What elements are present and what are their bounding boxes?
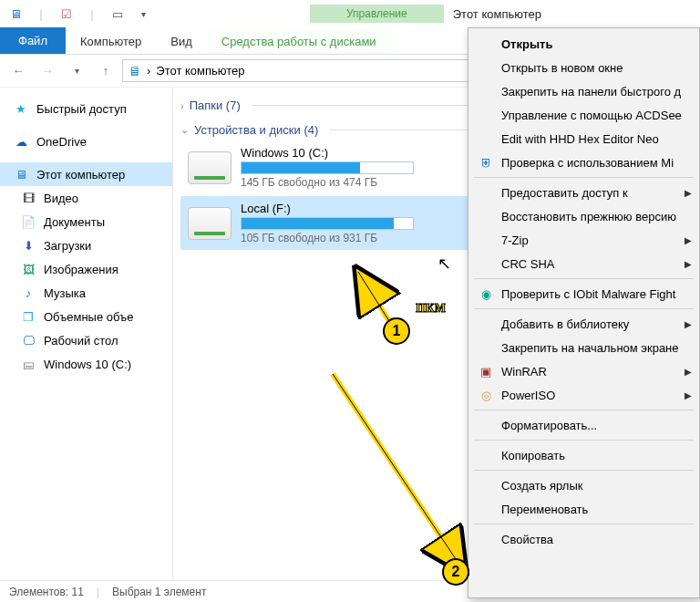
ctx-label: WinRAR xyxy=(501,365,547,379)
sidebar-item-label: Объемные объе xyxy=(44,310,133,324)
divider: | xyxy=(29,3,53,25)
chevron-right-icon: › xyxy=(180,100,184,111)
ctx-label: Закрепить на начальном экране xyxy=(501,341,679,355)
ctx-label: Проверка с использованием Mi xyxy=(501,156,674,170)
chevron-right-icon: ▶ xyxy=(685,259,692,269)
sidebar-item-downloads[interactable]: ⬇ Загрузки xyxy=(0,234,172,257)
ctx-poweriso[interactable]: ◎PowerISO▶ xyxy=(470,383,697,407)
sidebar-item-desktop[interactable]: 🖵 Рабочий стол xyxy=(0,328,172,352)
usage-bar xyxy=(241,217,414,230)
ctx-crc-sha[interactable]: CRC SHA▶ xyxy=(470,252,697,275)
ctx-open-new-window[interactable]: Открыть в новом окне xyxy=(470,56,697,79)
chevron-down-icon: ⌄ xyxy=(180,124,189,136)
video-icon: 🎞 xyxy=(20,192,36,205)
drive-name: Windows 10 (C:) xyxy=(241,146,414,160)
ctx-separator xyxy=(474,470,694,471)
ctx-open[interactable]: Открыть xyxy=(470,32,697,56)
qat-dropdown-icon[interactable]: ▾ xyxy=(131,3,155,25)
nav-pane[interactable]: ★ Быстрый доступ ☁ OneDrive 🖥 Этот компь… xyxy=(0,88,173,580)
ctx-rename[interactable]: Переименовать xyxy=(470,497,697,521)
mouse-cursor-icon: ↖ xyxy=(438,254,451,274)
ctx-separator xyxy=(474,177,694,178)
cube-icon: ❒ xyxy=(20,310,36,324)
sidebar-item-label: Музыка xyxy=(44,286,86,300)
ctx-7zip[interactable]: 7-Zip▶ xyxy=(470,228,697,252)
sidebar-item-this-pc[interactable]: 🖥 Этот компьютер xyxy=(0,162,172,186)
ctx-iobit[interactable]: ◉Проверить с IObit Malware Fight xyxy=(470,282,697,306)
properties-checkbox-icon[interactable]: ☑ xyxy=(55,3,78,25)
ribbon-tab-disk-tools[interactable]: Средства работы с дисками xyxy=(207,27,391,54)
ctx-label: Открыть xyxy=(501,37,552,51)
status-selection: Выбран 1 элемент xyxy=(112,586,206,598)
ctx-acdsee[interactable]: Управление с помощью ACDSee xyxy=(470,103,697,127)
nav-forward-button[interactable]: → xyxy=(35,58,60,84)
ctx-label: Восстановить прежнюю версию xyxy=(501,210,676,223)
ctx-label: Edit with HHD Hex Editor Neo xyxy=(501,132,659,146)
drive-free-text: 145 ГБ свободно из 474 ГБ xyxy=(241,176,414,189)
ctx-grant-access[interactable]: Предоставить доступ к▶ xyxy=(470,181,697,204)
window-title: Этот компьютер xyxy=(444,7,541,21)
new-folder-icon[interactable]: ▭ xyxy=(106,3,129,25)
ctx-create-shortcut[interactable]: Создать ярлык xyxy=(470,473,697,497)
sidebar-item-label: Рабочий стол xyxy=(44,334,118,348)
chevron-right-icon: ▶ xyxy=(685,188,692,198)
sidebar-item-video[interactable]: 🎞 Видео xyxy=(0,186,172,210)
sidebar-item-windows10-c[interactable]: 🖴 Windows 10 (C:) xyxy=(0,352,172,376)
ctx-format[interactable]: Форматировать... xyxy=(470,413,697,437)
ctx-restore-prev[interactable]: Восстановить прежнюю версию xyxy=(470,204,697,228)
chevron-right-icon: ▶ xyxy=(685,390,692,400)
download-icon: ⬇ xyxy=(20,239,36,253)
ctx-pin-start[interactable]: Закрепить на начальном экране xyxy=(470,336,697,359)
divider2: | xyxy=(80,3,104,25)
ctx-separator xyxy=(474,278,694,279)
ctx-label: CRC SHA xyxy=(501,257,555,271)
ribbon-tab-computer[interactable]: Компьютер xyxy=(66,27,156,54)
ctx-label: Проверить с IObit Malware Fight xyxy=(501,287,675,301)
ctx-label: Создать ярлык xyxy=(501,479,582,493)
desktop-icon: 🖵 xyxy=(20,334,36,348)
breadcrumb-chevron[interactable]: › xyxy=(147,64,150,78)
drive-icon: 🖴 xyxy=(20,358,36,371)
drive-icon xyxy=(188,151,232,184)
music-icon: ♪ xyxy=(20,286,36,300)
titlebar: 🖥 | ☑ | ▭ ▾ Управление Этот компьютер xyxy=(0,0,700,27)
ctx-separator xyxy=(474,524,694,524)
ctx-hex-editor[interactable]: Edit with HHD Hex Editor Neo xyxy=(470,127,697,150)
sidebar-item-onedrive[interactable]: ☁ OneDrive xyxy=(0,130,172,153)
shield-circle-icon: ◉ xyxy=(478,287,494,301)
ctx-properties[interactable]: Свойства xyxy=(470,527,697,551)
ctx-label: Форматировать... xyxy=(501,419,597,432)
nav-up-button[interactable]: ↑ xyxy=(93,58,118,84)
ribbon-tab-file[interactable]: Файл xyxy=(0,27,66,54)
ctx-label: Открыть в новом окне xyxy=(501,61,623,75)
documents-icon: 📄 xyxy=(20,215,36,229)
sidebar-item-documents[interactable]: 📄 Документы xyxy=(0,210,172,234)
ribbon-tab-view[interactable]: Вид xyxy=(156,27,207,54)
ctx-label: 7-Zip xyxy=(501,234,529,247)
sidebar-item-3d-objects[interactable]: ❒ Объемные объе xyxy=(0,305,172,328)
sidebar-item-pictures[interactable]: 🖼 Изображения xyxy=(0,257,172,281)
ctx-separator xyxy=(474,410,694,410)
ctx-label: Копировать xyxy=(501,449,565,462)
explorer-icon[interactable]: 🖥 xyxy=(4,3,27,25)
ctx-copy[interactable]: Копировать xyxy=(470,443,697,467)
ctx-winrar[interactable]: ▣WinRAR▶ xyxy=(470,359,697,383)
status-item-count: Элементов: 11 xyxy=(9,586,84,598)
sidebar-item-quick-access[interactable]: ★ Быстрый доступ xyxy=(0,97,172,120)
ctx-label: PowerISO xyxy=(501,389,555,402)
winrar-icon: ▣ xyxy=(478,365,494,379)
sidebar-item-label: Изображения xyxy=(44,263,118,276)
group-label: Папки (7) xyxy=(190,99,241,112)
sidebar-item-label: Windows 10 (C:) xyxy=(44,358,131,371)
ctx-label: Добавить в библиотеку xyxy=(501,317,629,331)
ctx-add-library[interactable]: Добавить в библиотеку▶ xyxy=(470,312,697,336)
nav-back-button[interactable]: ← xyxy=(5,58,31,84)
quick-access-toolbar: 🖥 | ☑ | ▭ ▾ xyxy=(4,3,155,25)
ctx-defender-scan[interactable]: ⛨Проверка с использованием Mi xyxy=(470,150,697,174)
sidebar-item-label: Видео xyxy=(44,192,78,205)
ctx-label: Закрепить на панели быстрого д xyxy=(501,85,681,99)
breadcrumb-location[interactable]: Этот компьютер xyxy=(156,64,244,78)
ctx-pin-quick-access[interactable]: Закрепить на панели быстрого д xyxy=(470,79,697,103)
sidebar-item-music[interactable]: ♪ Музыка xyxy=(0,281,172,305)
nav-history-dropdown[interactable]: ▾ xyxy=(64,58,89,84)
